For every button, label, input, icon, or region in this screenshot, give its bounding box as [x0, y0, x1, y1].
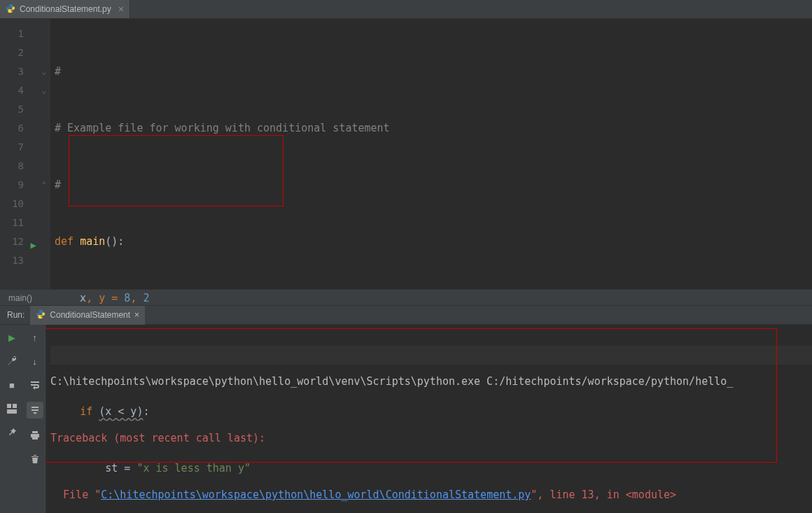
svg-rect-1 — [13, 404, 17, 408]
trash-icon[interactable] — [28, 452, 42, 466]
fold-icon[interactable]: ⌄ — [38, 81, 50, 100]
console-line: File "C:\hitechpoints\workspace\python\h… — [50, 486, 808, 505]
line-number: 6 — [0, 119, 38, 138]
line-number: 2 — [0, 43, 38, 62]
run-toolwindow: ▶ ■ ↑ ↓ C:\hitechpoints\workspace\python… — [0, 325, 812, 513]
close-icon[interactable]: × — [118, 3, 124, 15]
code-line: # — [50, 62, 812, 81]
context-label: main() — [8, 293, 32, 303]
fold-end-icon: ⌃ — [38, 176, 50, 195]
code-area[interactable]: # # Example file for working with condit… — [50, 19, 812, 289]
editor: 1 2 3 4 5 6 7 8 9 10 11 12▶ 13 ⌄⌄⌃ # # E… — [0, 19, 812, 289]
down-arrow-icon[interactable]: ↓ — [28, 354, 42, 368]
run-label: Run: — [0, 310, 30, 320]
highlight-box — [69, 135, 284, 206]
console-line: C:\hitechpoints\workspace\python\hello_w… — [50, 372, 808, 391]
console-output[interactable]: C:\hitechpoints\workspace\python\hello_w… — [46, 325, 812, 513]
print-icon[interactable] — [28, 428, 42, 442]
run-toolbar-right: ↑ ↓ — [24, 325, 46, 513]
line-number: 9 — [0, 176, 38, 195]
line-number: 3 — [0, 62, 38, 81]
run-toolbar-left: ▶ ■ — [0, 325, 24, 513]
line-number: 10 — [0, 195, 38, 213]
code-line: # — [50, 176, 812, 195]
line-number: 11 — [0, 213, 38, 232]
line-number: 13 — [0, 251, 38, 270]
line-number: 12▶ — [0, 232, 38, 251]
code-line: # Example file for working with conditio… — [50, 119, 812, 138]
code-line: x, y = 8, 2 — [50, 289, 812, 308]
svg-rect-0 — [7, 404, 11, 408]
line-gutter: 1 2 3 4 5 6 7 8 9 10 11 12▶ 13 — [0, 19, 38, 289]
code-line: def main(): — [50, 232, 812, 251]
line-number: 1 — [0, 24, 38, 43]
up-arrow-icon[interactable]: ↑ — [28, 330, 42, 344]
pin-icon[interactable] — [5, 426, 19, 440]
rerun-icon[interactable]: ▶ — [5, 330, 19, 344]
editor-tabs: ConditionalStatement.py × — [0, 0, 812, 19]
python-icon — [36, 309, 46, 321]
line-number: 8 — [0, 157, 38, 176]
layout-icon[interactable] — [5, 402, 19, 416]
svg-rect-5 — [32, 437, 38, 440]
python-icon — [6, 3, 15, 15]
stop-icon[interactable]: ■ — [5, 378, 19, 392]
wrench-icon[interactable] — [5, 354, 19, 368]
file-tab[interactable]: ConditionalStatement.py × — [0, 0, 130, 18]
file-link[interactable]: C:\hitechpoints\workspace\python\hello_w… — [101, 489, 531, 501]
file-tab-label: ConditionalStatement.py — [20, 4, 111, 14]
svg-rect-3 — [32, 431, 38, 433]
line-number: 4 — [0, 81, 38, 100]
fold-gutter: ⌄⌄⌃ — [38, 19, 50, 289]
fold-icon[interactable]: ⌄ — [38, 62, 50, 81]
console-line: Traceback (most recent call last): — [50, 429, 808, 448]
soft-wrap-icon[interactable] — [28, 378, 42, 392]
line-number: 7 — [0, 138, 38, 157]
svg-rect-2 — [7, 409, 17, 414]
scroll-to-end-icon[interactable] — [27, 402, 43, 419]
line-number: 5 — [0, 100, 38, 119]
